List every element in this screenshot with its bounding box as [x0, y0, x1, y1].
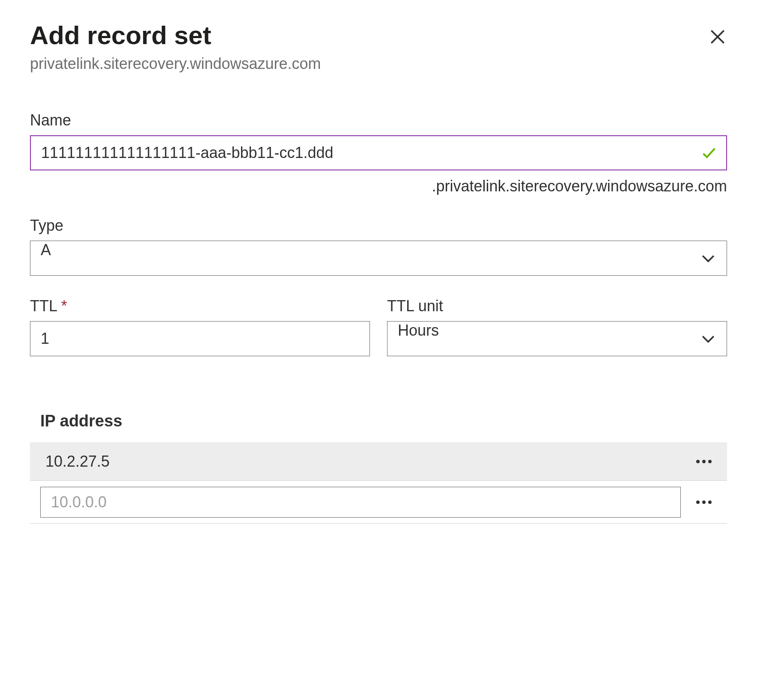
ttl-label: TTL * — [30, 297, 370, 315]
page-subtitle: privatelink.siterecovery.windowsazure.co… — [30, 55, 727, 73]
name-label: Name — [30, 111, 727, 129]
more-icon[interactable] — [691, 455, 717, 468]
close-icon[interactable] — [708, 27, 727, 46]
ip-row[interactable]: 10.2.27.5 — [30, 442, 727, 481]
type-select[interactable]: A — [30, 241, 727, 276]
type-label: Type — [30, 217, 727, 235]
page-title: Add record set — [30, 21, 211, 50]
ttl-unit-select[interactable]: Hours — [387, 321, 727, 356]
checkmark-icon — [700, 144, 718, 161]
required-asterisk: * — [61, 297, 67, 315]
ip-address-section-label: IP address — [40, 412, 727, 430]
ip-value: 10.2.27.5 — [45, 453, 691, 471]
name-input[interactable] — [30, 135, 727, 170]
ip-row-new — [30, 481, 727, 524]
ip-input[interactable] — [40, 487, 681, 518]
more-icon[interactable] — [691, 495, 717, 509]
ttl-input[interactable] — [30, 321, 370, 356]
ttl-unit-label: TTL unit — [387, 297, 727, 315]
name-suffix: .privatelink.siterecovery.windowsazure.c… — [30, 177, 727, 195]
